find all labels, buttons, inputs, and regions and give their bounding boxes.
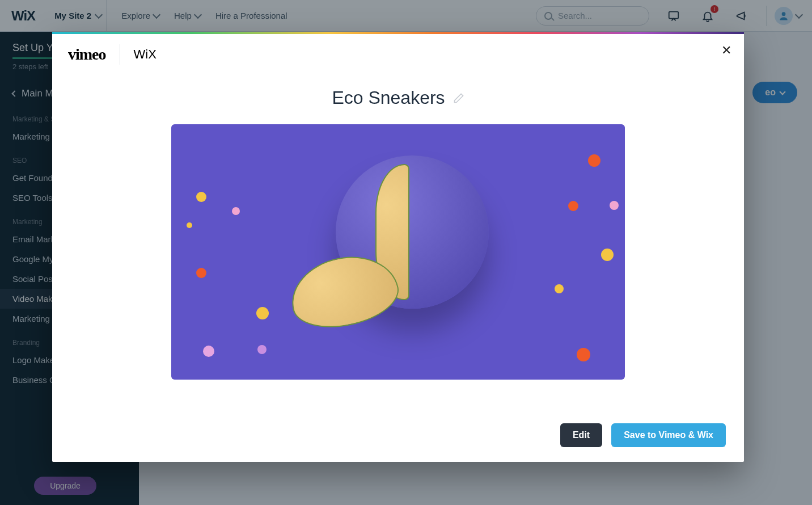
modal-footer: Edit Save to Vimeo & Wix (52, 411, 744, 462)
modal-header: vimeo WiX ✕ (52, 34, 744, 65)
decorative-dot (588, 154, 600, 167)
save-button[interactable]: Save to Vimeo & Wix (611, 423, 726, 447)
video-title: Eco Sneakers (332, 87, 445, 108)
decorative-dot (601, 249, 614, 261)
decorative-dot (555, 284, 564, 293)
video-preview[interactable] (171, 124, 625, 380)
decorative-dot (256, 307, 269, 319)
edit-button[interactable]: Edit (560, 423, 602, 447)
decorative-dot (257, 345, 267, 354)
decorative-dot (196, 268, 206, 278)
vimeo-logo: vimeo (68, 45, 106, 64)
decorative-dot (232, 207, 240, 215)
brand-separator (120, 44, 120, 65)
preview-wrap (52, 124, 744, 411)
wix-logo-modal: WiX (134, 47, 157, 62)
title-row: Eco Sneakers (52, 65, 744, 124)
decorative-dot (187, 222, 192, 228)
decorative-dot (203, 346, 214, 357)
decorative-dot (577, 348, 590, 361)
video-editor-modal: vimeo WiX ✕ Eco Sneakers Edit Save to Vi… (52, 32, 744, 462)
decorative-dot (610, 201, 619, 210)
decorative-dot (568, 201, 578, 211)
pencil-icon[interactable] (453, 92, 464, 104)
decorative-dot (196, 192, 206, 202)
close-icon[interactable]: ✕ (721, 44, 731, 57)
